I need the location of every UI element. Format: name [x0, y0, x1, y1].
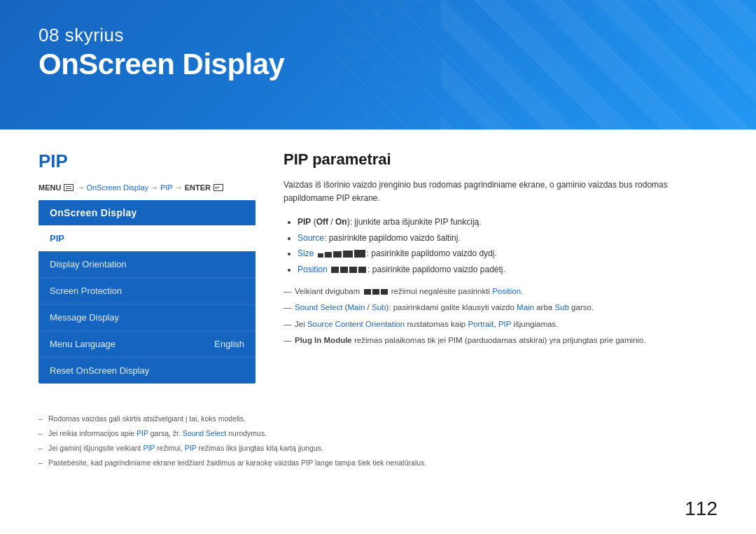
pos-icon-2	[340, 267, 348, 273]
right-column: PIP parametrai Vaizdas iš išorinio vaizd…	[284, 150, 718, 384]
list-item: Position : pasirinkite papildomo vaizdo …	[298, 262, 718, 276]
menu-icon	[64, 184, 74, 191]
pos-icon-4	[358, 267, 366, 273]
pip-param-description: Vaizdas iš išorinio vaizdo įrenginio bus…	[284, 178, 718, 205]
menu-panel-header: OnScreen Display	[38, 200, 255, 225]
pos-icon-3	[349, 267, 357, 273]
footer-note-3: Jei gaminį išjungsite veikiant PIP režim…	[38, 442, 718, 455]
menu-label: MENU	[38, 183, 61, 192]
sound-select-label: Sound Select	[295, 303, 342, 311]
pip-feature-list: PIP (Off / On): įjunkite arba išjunkite …	[284, 215, 718, 276]
enter-icon	[214, 184, 223, 191]
page-header: 08 skyrius OnScreen Display	[0, 0, 756, 129]
menu-item-menu-language[interactable]: Menu Language English	[38, 331, 255, 358]
footer-note-1: Rodomas vaizdas gali skirtis atsižvelgia…	[38, 413, 718, 426]
note-plug-in-module: Plug In Module režimas palaikomas tik je…	[284, 334, 718, 346]
menu-item-screen-protection-label: Screen Protection	[50, 286, 122, 296]
list-item: PIP (Off / On): įjunkite arba išjunkite …	[298, 215, 718, 229]
onscreen-display-menu: OnScreen Display PIP Display Orientation…	[38, 200, 255, 384]
footer-note-2: Jei reikia informacijos apie PIP garsą, …	[38, 428, 718, 440]
note-sound-select: Sound Select (Main / Sub): pasirinkdami …	[284, 301, 718, 314]
size-icon-4	[343, 251, 353, 258]
pip-item-label: PIP (Off / On): įjunkite arba išjunkite …	[298, 217, 482, 227]
list-item: Source: pasirinkite papildomo vaizdo šal…	[298, 231, 718, 245]
list-item: Size : pasirinkite papildomo vaizdo dydį…	[298, 246, 718, 260]
plug-in-module-label: Plug In Module	[295, 336, 352, 344]
header-text-block: 08 skyrius OnScreen Display	[38, 24, 284, 81]
footer-note-4: Pastebėsite, kad pagrindiniame ekrane le…	[38, 457, 718, 470]
source-content-orientation-link: Source Content Orientation	[307, 320, 405, 328]
position-link: Position	[492, 287, 521, 295]
menu-item-display-orientation-label: Display Orientation	[50, 259, 127, 269]
chapter-subtitle: 08 skyrius	[38, 24, 284, 46]
d-icon-2	[372, 289, 379, 295]
footer-notes-section: Rodomas vaizdas gali skirtis atsižvelgia…	[0, 413, 756, 469]
size-icon-1	[318, 253, 323, 258]
d-icon-1	[364, 289, 371, 295]
chapter-title: OnScreen Display	[38, 48, 284, 81]
size-item-label: Size : pasirinkite papildomo vaizdo dydį…	[298, 248, 497, 258]
page-number: 112	[685, 498, 718, 520]
pip-link: PIP	[160, 183, 173, 192]
onscreen-display-link: OnScreen Display	[86, 183, 148, 192]
dvigubam-icons	[364, 289, 388, 295]
pip-param-title: PIP parametrai	[284, 150, 718, 169]
position-icons	[331, 267, 366, 273]
size-icon-3	[333, 251, 342, 258]
menu-item-reset-onscreen[interactable]: Reset OnScreen Display	[38, 358, 255, 384]
source-item-label: Source: pasirinkite papildomo vaizdo šal…	[298, 233, 461, 243]
size-icon-5	[354, 250, 365, 258]
d-icon-3	[381, 289, 388, 295]
menu-item-screen-protection[interactable]: Screen Protection	[38, 278, 255, 304]
menu-item-reset-onscreen-label: Reset OnScreen Display	[50, 365, 149, 376]
menu-item-display-orientation[interactable]: Display Orientation	[38, 251, 255, 278]
decorative-pattern	[336, 0, 756, 129]
menu-item-message-display-label: Message Display	[50, 312, 119, 323]
position-item-label: Position : pasirinkite papildomo vaizdo …	[298, 265, 505, 274]
left-column: PIP MENU → OnScreen Display → PIP → ENTE…	[38, 150, 255, 384]
note-source-content: Jei Source Content Orientation nustatoma…	[284, 318, 718, 330]
main-content: PIP MENU → OnScreen Display → PIP → ENTE…	[0, 129, 756, 405]
pip-section-title: PIP	[38, 150, 255, 172]
pos-icon-1	[331, 267, 339, 273]
menu-item-pip[interactable]: PIP	[38, 225, 255, 251]
menu-item-menu-language-label: Menu Language	[50, 339, 115, 349]
menu-item-message-display[interactable]: Message Display	[38, 304, 255, 331]
enter-label: ENTER	[185, 183, 211, 192]
menu-item-menu-language-value: English	[214, 339, 244, 349]
note-veikiant: Veikiant dvigubam režimui negalėsite pas…	[284, 285, 718, 297]
size-icon-2	[325, 252, 332, 258]
menu-item-pip-label: PIP	[50, 233, 64, 244]
menu-breadcrumb: MENU → OnScreen Display → PIP → ENTER	[38, 183, 255, 192]
size-icons	[318, 250, 365, 258]
